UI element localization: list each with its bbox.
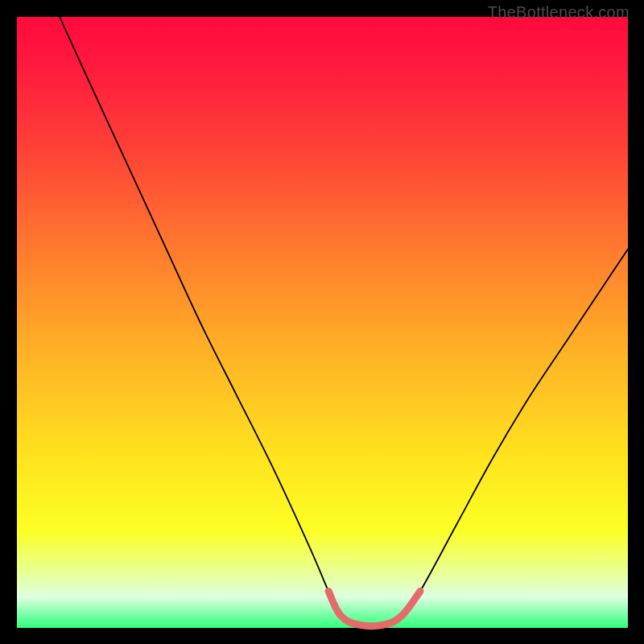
plot-area [17, 17, 628, 628]
watermark-text: TheBottleneck.com [488, 3, 630, 22]
series-optimal-band [328, 591, 420, 625]
chart-frame: TheBottleneck.com [0, 0, 644, 644]
curve-layer [17, 17, 628, 628]
series-bottleneck-curve [60, 17, 628, 626]
